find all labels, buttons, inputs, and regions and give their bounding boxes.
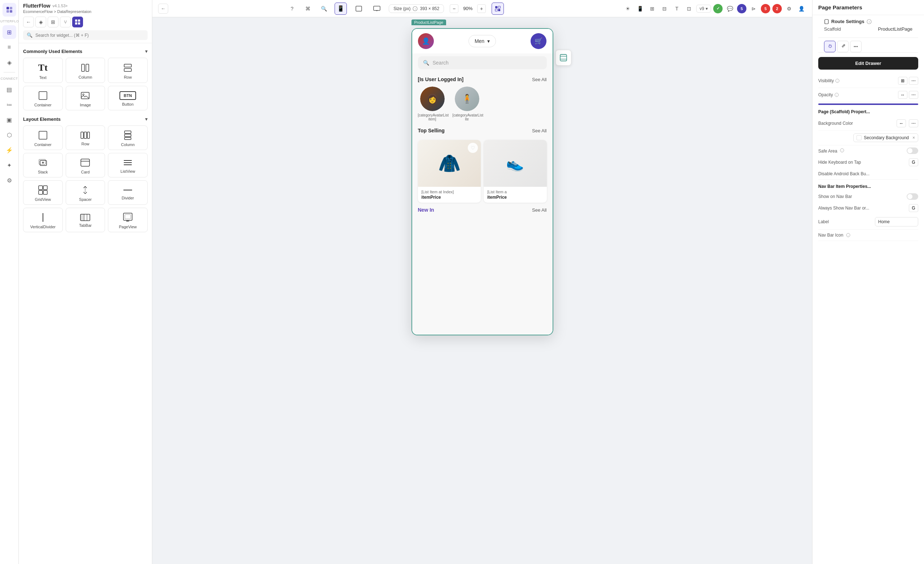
nav-icon-magic[interactable]: ✦ bbox=[3, 158, 16, 172]
nav-icon-lightning[interactable]: ⚡ bbox=[3, 143, 16, 157]
flame-icon[interactable]: ⚙ bbox=[784, 4, 794, 14]
bg-color-more[interactable]: ⋯ bbox=[909, 120, 918, 127]
show-nav-toggle[interactable] bbox=[907, 193, 918, 200]
scaffold-row: Scaffold ProductListPage bbox=[824, 24, 912, 34]
layout-elements-toggle[interactable]: ▾ bbox=[145, 116, 148, 122]
le-container[interactable]: Container bbox=[23, 126, 63, 150]
share-icon[interactable]: ⊳ bbox=[748, 4, 759, 14]
props-tab-settings[interactable] bbox=[824, 41, 836, 52]
nav-icon-components[interactable]: ◈ bbox=[3, 55, 16, 69]
widget-row[interactable]: Row bbox=[108, 58, 148, 83]
see-all-top-selling[interactable]: See All bbox=[532, 128, 546, 133]
zoom-in-btn[interactable]: + bbox=[477, 4, 486, 13]
search-icon[interactable]: 🔍 bbox=[319, 4, 329, 14]
nav-icon-data[interactable]: ▤ bbox=[3, 82, 16, 96]
grid-view-icon[interactable]: ⊟ bbox=[659, 4, 669, 14]
le-listview[interactable]: ListView bbox=[108, 153, 148, 177]
always-show-btn[interactable]: G bbox=[909, 204, 918, 212]
le-card[interactable]: Card bbox=[66, 153, 105, 177]
edit-drawer-button[interactable]: Edit Drawer bbox=[818, 57, 918, 70]
ui-mode-btn[interactable] bbox=[492, 3, 504, 15]
men-dropdown[interactable]: Men ▾ bbox=[468, 35, 496, 47]
nav-icon-settings[interactable]: ⚙ bbox=[3, 174, 16, 187]
zoom-out-btn[interactable]: − bbox=[450, 4, 458, 13]
visibility-toggle-btn[interactable]: ⊞ bbox=[898, 77, 908, 85]
help-icon[interactable]: ? bbox=[287, 4, 297, 14]
nav-icon-layers[interactable]: ≡ bbox=[3, 40, 16, 54]
inspect-icon[interactable]: ⊡ bbox=[684, 4, 694, 14]
scaffold-float-btn[interactable] bbox=[555, 50, 572, 66]
nav-icon-people[interactable]: ⬡ bbox=[3, 128, 16, 142]
diamond-btn[interactable]: ◈ bbox=[35, 16, 46, 27]
le-pageview[interactable]: PageView bbox=[108, 208, 148, 232]
keyboard-shortcuts-icon[interactable]: ⌘ bbox=[303, 4, 313, 14]
chat-icon[interactable]: 💬 bbox=[725, 4, 735, 14]
widget-container[interactable]: Container bbox=[23, 86, 63, 110]
le-spacer[interactable]: Spacer bbox=[66, 180, 105, 205]
nav-icon-app-logo[interactable] bbox=[3, 3, 16, 16]
bg-color-btn[interactable]: ↔ bbox=[897, 120, 906, 127]
hide-keyboard-btn[interactable]: G bbox=[909, 158, 918, 166]
svg-rect-20 bbox=[124, 134, 131, 137]
props-tab-link[interactable] bbox=[837, 41, 849, 52]
see-all-new-in[interactable]: See All bbox=[532, 207, 546, 213]
error-badge[interactable]: 2 bbox=[772, 4, 782, 13]
tablet-device-btn[interactable] bbox=[352, 3, 365, 15]
nav-icon-custom-code[interactable]: ▣ bbox=[3, 113, 16, 127]
nav-icon-api[interactable]: ≔ bbox=[3, 98, 16, 111]
opacity-more-btn[interactable]: ⋯ bbox=[909, 91, 918, 99]
secondary-bg-remove-btn[interactable]: × bbox=[912, 135, 915, 140]
svg-rect-45 bbox=[356, 6, 362, 11]
text-icon[interactable]: T bbox=[672, 4, 682, 14]
user-icon[interactable]: 👤 bbox=[796, 4, 806, 14]
phone-search[interactable]: 🔍 Search bbox=[418, 56, 547, 69]
split-view-icon[interactable]: ⊞ bbox=[647, 4, 657, 14]
svg-rect-31 bbox=[39, 190, 43, 194]
plus-btn[interactable]: ⊞ bbox=[48, 16, 58, 27]
nav-icon-build[interactable]: ⊞ bbox=[3, 25, 16, 39]
visibility-more-btn[interactable]: ⋯ bbox=[909, 77, 918, 85]
widget-button[interactable]: BTN Button bbox=[108, 86, 148, 110]
opacity-slider-btn[interactable]: ↔ bbox=[898, 91, 908, 99]
heart-btn-0[interactable]: ♡ bbox=[468, 143, 478, 153]
le-gridview-label: GridView bbox=[35, 197, 51, 202]
grid-btn[interactable] bbox=[72, 16, 83, 27]
commonly-used-toggle[interactable]: ▾ bbox=[145, 48, 148, 54]
label-input[interactable] bbox=[875, 217, 918, 226]
phone-wrapper: ProductListPage 👤 Men ▾ bbox=[411, 28, 554, 335]
check-icon[interactable]: ✓ bbox=[713, 4, 723, 13]
le-gridview[interactable]: GridView bbox=[23, 180, 63, 205]
sun-icon[interactable]: ☀ bbox=[622, 4, 633, 14]
widget-column[interactable]: Column bbox=[66, 58, 105, 83]
product-name-1: [List Item a bbox=[487, 190, 543, 194]
widget-text[interactable]: Tt Text bbox=[23, 58, 63, 83]
le-row[interactable]: Row bbox=[66, 126, 105, 150]
props-tab-more[interactable] bbox=[850, 41, 861, 52]
safe-area-toggle[interactable] bbox=[907, 148, 918, 154]
user-avatar-5[interactable]: 5 bbox=[737, 4, 746, 13]
mobile-device-btn[interactable]: 📱 bbox=[334, 3, 347, 15]
product-info-0: [List Item at Index] itemPrice bbox=[418, 187, 481, 203]
svg-point-63 bbox=[857, 46, 858, 47]
version-badge[interactable]: v9 ▾ bbox=[696, 5, 711, 13]
nav-back-button[interactable]: ← bbox=[158, 4, 168, 14]
le-container-label: Container bbox=[34, 142, 52, 147]
notification-badge[interactable]: 5 bbox=[761, 4, 770, 13]
desktop-device-btn[interactable] bbox=[370, 3, 383, 15]
image-icon bbox=[80, 91, 90, 100]
le-divider[interactable]: Divider bbox=[108, 180, 148, 205]
widget-image[interactable]: Image bbox=[66, 86, 105, 110]
svg-rect-10 bbox=[124, 64, 131, 67]
le-tabbar[interactable]: TabBar bbox=[66, 208, 105, 232]
widget-search-input[interactable] bbox=[35, 33, 144, 38]
le-vertical-divider[interactable]: VerticalDivider bbox=[23, 208, 63, 232]
branch-btn[interactable]: ⑂ bbox=[60, 16, 71, 27]
visibility-info-icon: i bbox=[835, 79, 840, 83]
cart-btn[interactable]: 🛒 bbox=[531, 33, 546, 49]
mobile-preview-icon[interactable]: 📱 bbox=[635, 4, 645, 14]
commonly-used-section-header: Commonly Used Elements ▾ bbox=[23, 48, 148, 54]
see-all-logged-in[interactable]: See All bbox=[532, 77, 546, 82]
le-stack[interactable]: Stack bbox=[23, 153, 63, 177]
back-btn[interactable]: ← bbox=[23, 16, 34, 27]
le-column[interactable]: Column bbox=[108, 126, 148, 150]
